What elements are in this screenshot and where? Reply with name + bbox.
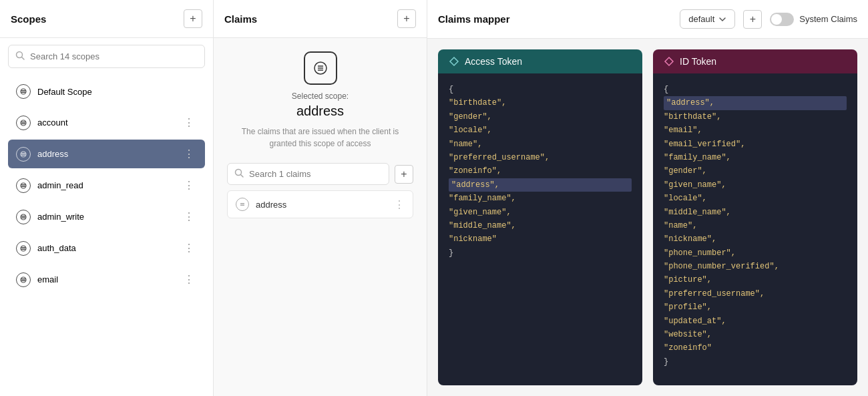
json-line: "nickname" xyxy=(449,232,632,246)
json-line: "given_name", xyxy=(664,178,847,192)
scope-item-menu[interactable]: ⋮ xyxy=(181,209,197,224)
access-token-card: Access Token { "birthdate", "gender", "l… xyxy=(438,49,642,385)
add-claim-button[interactable]: + xyxy=(397,9,416,28)
json-line: "phone_number", xyxy=(664,246,847,260)
mapper-header: Claims mapper default + System Claims xyxy=(427,0,868,39)
claims-search-box xyxy=(227,163,389,185)
mapper-panel: Claims mapper default + System Claims xyxy=(427,0,868,396)
scope-item-icon xyxy=(16,84,31,99)
scope-item-icon xyxy=(16,272,31,287)
scope-item[interactable]: admin_read ⋮ xyxy=(8,171,205,200)
claims-content: Selected scope: address The claims that … xyxy=(214,38,427,396)
json-line: "website", xyxy=(664,328,847,341)
add-claim-in-list-button[interactable]: + xyxy=(395,165,413,184)
scope-item[interactable]: admin_write ⋮ xyxy=(8,202,205,231)
scope-item-name: auth_data xyxy=(37,243,181,253)
access-token-body: { "birthdate", "gender", "locale", "name… xyxy=(438,73,642,385)
scope-item-menu[interactable]: ⋮ xyxy=(181,178,197,193)
id-token-icon xyxy=(664,56,674,67)
json-line: "middle_name", xyxy=(449,219,632,232)
scope-item[interactable]: address ⋮ xyxy=(8,140,205,168)
id-token-header: ID Token xyxy=(653,49,857,73)
json-highlight: "address", xyxy=(449,178,632,192)
access-token-icon xyxy=(449,56,459,67)
selected-scope-icon xyxy=(304,51,337,85)
selected-scope-label: Selected scope: xyxy=(292,91,349,101)
scope-item-name: admin_write xyxy=(37,212,181,222)
access-token-header: Access Token xyxy=(438,49,642,73)
json-line: "profile", xyxy=(664,301,847,314)
json-line: "address", xyxy=(664,96,847,110)
json-line: "zoneinfo", xyxy=(449,164,632,178)
json-line: { xyxy=(664,83,847,96)
scope-item-icon xyxy=(16,116,31,130)
json-line: "updated_at", xyxy=(664,315,847,328)
json-highlight: "address", xyxy=(664,96,847,110)
json-line: "gender", xyxy=(664,164,847,178)
json-line: "preferred_username", xyxy=(664,287,847,301)
scope-item-name: email xyxy=(37,274,181,284)
scope-item[interactable]: auth_data ⋮ xyxy=(8,234,205,262)
scope-item-name: account xyxy=(37,118,181,128)
scope-item-name: admin_read xyxy=(37,180,181,190)
json-line: "locale", xyxy=(664,192,847,205)
system-claims-toggle[interactable] xyxy=(770,13,794,26)
access-token-title: Access Token xyxy=(465,56,522,67)
json-line: "name", xyxy=(664,219,847,232)
scope-item-icon xyxy=(16,178,31,193)
scopes-title: Scopes xyxy=(11,13,46,25)
selected-scope-name: address xyxy=(296,104,344,119)
mapper-dropdown[interactable]: default xyxy=(680,9,735,29)
json-line: "gender", xyxy=(449,110,632,124)
scope-list: Default Scope account ⋮ address ⋮ xyxy=(0,75,213,396)
claims-search-icon xyxy=(234,168,244,180)
json-line: "locale", xyxy=(449,124,632,137)
json-line: "email", xyxy=(664,124,847,137)
mapper-add-button[interactable]: + xyxy=(743,10,762,29)
id-token-title: ID Token xyxy=(680,56,716,67)
scope-item-name: Default Scope xyxy=(37,87,197,97)
svg-line-1 xyxy=(22,57,25,60)
chevron-down-icon xyxy=(718,15,726,23)
json-line: } xyxy=(664,355,847,369)
selected-scope-desc: The claims that are issued when the clie… xyxy=(227,126,413,150)
mapper-content: Access Token { "birthdate", "gender", "l… xyxy=(427,39,868,396)
json-line: } xyxy=(449,246,632,260)
claim-menu[interactable]: ⋮ xyxy=(394,198,405,211)
search-icon xyxy=(15,51,25,62)
json-line: "zoneinfo" xyxy=(664,341,847,355)
toggle-wrap: System Claims xyxy=(770,13,857,26)
claim-list: address ⋮ xyxy=(227,190,413,218)
json-line: "address", xyxy=(449,178,632,192)
scopes-search-input[interactable] xyxy=(30,51,198,61)
claim-icon xyxy=(236,198,249,211)
claims-title: Claims xyxy=(224,13,257,25)
scope-item-icon xyxy=(16,147,31,162)
claims-search-input[interactable] xyxy=(249,169,382,179)
json-line: "birthdate", xyxy=(449,96,632,110)
claim-item[interactable]: address ⋮ xyxy=(228,191,413,218)
id-token-body: { "address", "birthdate", "email", "emai… xyxy=(653,73,857,385)
claims-header: Claims + xyxy=(214,0,427,38)
json-line: "picture", xyxy=(664,273,847,286)
json-line: "preferred_username", xyxy=(449,151,632,164)
scope-item-icon xyxy=(16,210,31,224)
scope-item-menu[interactable]: ⋮ xyxy=(181,115,197,130)
toggle-knob xyxy=(771,14,782,25)
add-scope-button[interactable]: + xyxy=(184,9,202,28)
json-line: "email_verified", xyxy=(664,138,847,151)
system-claims-label: System Claims xyxy=(799,14,857,24)
claims-search-row: + xyxy=(227,163,413,185)
scope-item-menu[interactable]: ⋮ xyxy=(181,240,197,256)
claim-name: address xyxy=(256,200,394,210)
scope-item[interactable]: Default Scope xyxy=(8,77,205,106)
json-line: "given_name", xyxy=(449,206,632,219)
scope-item[interactable]: account ⋮ xyxy=(8,108,205,137)
scope-item-menu[interactable]: ⋮ xyxy=(181,146,197,162)
svg-line-35 xyxy=(241,175,244,178)
scope-item-menu[interactable]: ⋮ xyxy=(181,272,197,287)
json-line: "family_name", xyxy=(449,192,632,205)
scope-item[interactable]: email ⋮ xyxy=(8,265,205,294)
json-line: "name", xyxy=(449,138,632,151)
json-line: "birthdate", xyxy=(664,110,847,124)
